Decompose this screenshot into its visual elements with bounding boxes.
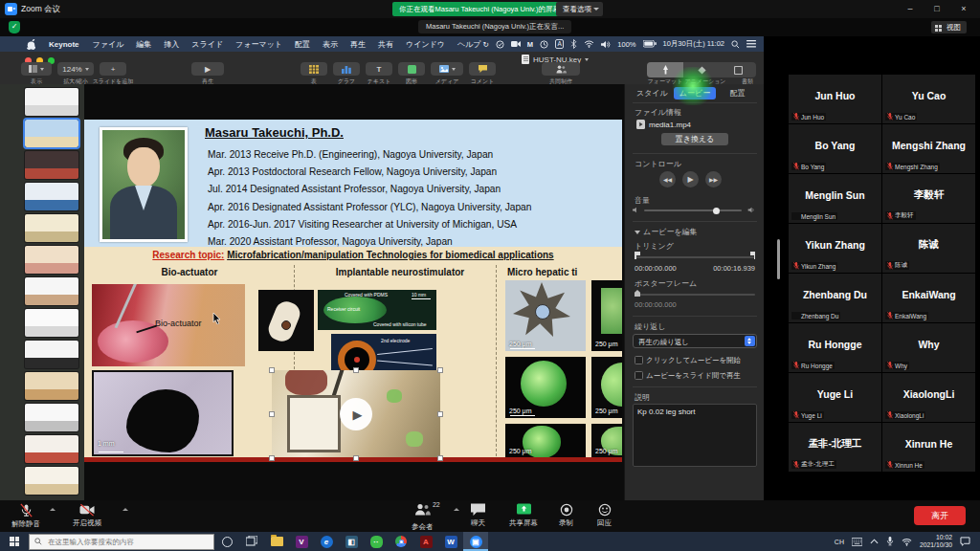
- view-options-button[interactable]: 查看选项: [556, 2, 603, 16]
- participant-tile[interactable]: Xinrun He Xinrun He: [882, 423, 975, 472]
- menubar-menu-item[interactable]: 挿入: [164, 39, 179, 50]
- participant-tile[interactable]: Mengshi Zhang Mengshi Zhang: [882, 124, 975, 173]
- slide-thumbnail[interactable]: 13: [25, 467, 78, 495]
- selection-handle[interactable]: [437, 411, 443, 417]
- fast-forward-button[interactable]: ▶▶: [705, 171, 722, 187]
- slide-thumbnail[interactable]: 7: [25, 277, 78, 305]
- reactions-button[interactable]: 回应: [597, 503, 612, 528]
- comment-button[interactable]: [469, 62, 496, 76]
- poster-frame-slider[interactable]: [635, 294, 755, 296]
- participant-tile[interactable]: Bo Yang Bo Yang: [789, 124, 881, 173]
- selection-handle[interactable]: [437, 367, 443, 373]
- trim-slider[interactable]: [635, 256, 755, 258]
- movie-play-overlay[interactable]: ▶: [340, 398, 372, 430]
- maximize-button[interactable]: □: [924, 0, 949, 18]
- selection-handle[interactable]: [437, 455, 443, 461]
- chrome-icon[interactable]: [389, 532, 413, 551]
- visual-studio-icon[interactable]: V: [289, 532, 314, 551]
- hidden-icons-chevron[interactable]: [870, 539, 879, 544]
- leave-button[interactable]: 离开: [914, 506, 966, 525]
- menubar-menu-item[interactable]: 編集: [136, 39, 151, 50]
- view-layout-button[interactable]: 视图: [931, 21, 967, 33]
- sync-icon[interactable]: ↻: [482, 40, 488, 49]
- audio-options-caret[interactable]: [50, 508, 56, 511]
- taskbar-search[interactable]: [29, 534, 214, 550]
- minimize-button[interactable]: –: [898, 0, 923, 18]
- start-button[interactable]: [0, 532, 29, 551]
- network-icon[interactable]: [902, 538, 912, 546]
- slide-thumbnail[interactable]: 9: [25, 341, 78, 368]
- input-source-icon[interactable]: A: [555, 39, 564, 49]
- camera-icon[interactable]: [511, 40, 521, 48]
- spotlight-search-icon[interactable]: [731, 40, 740, 49]
- participant-tile[interactable]: Menglin Sun Menglin Sun: [789, 174, 881, 223]
- selection-handle[interactable]: [269, 411, 275, 417]
- slide-thumbnail[interactable]: 12: [25, 435, 78, 463]
- table-button[interactable]: [301, 62, 327, 76]
- participants-scrollbar[interactable]: [777, 239, 780, 279]
- format-segment[interactable]: [647, 62, 683, 77]
- photos-icon[interactable]: ◧: [339, 532, 364, 551]
- tab-movie[interactable]: ムービー: [674, 87, 717, 99]
- menubar-menu-item[interactable]: 共有: [378, 39, 393, 50]
- replace-button[interactable]: 置き換える: [661, 133, 728, 145]
- menubar-app-name[interactable]: Keynote: [49, 40, 79, 49]
- participant-tile[interactable]: Yuge Li Yuge Li: [789, 373, 881, 422]
- tab-arrange[interactable]: 配置: [716, 87, 759, 99]
- shape-button[interactable]: [398, 62, 425, 76]
- apple-logo-icon[interactable]: [27, 39, 35, 50]
- play-across-slides-checkbox[interactable]: [635, 371, 643, 380]
- participant-tile[interactable]: 孟非-北理工 孟非-北理工: [789, 423, 881, 472]
- zoom-taskbar-icon[interactable]: ▣: [463, 532, 488, 551]
- repeat-dropdown[interactable]: 再生の繰り返し: [633, 334, 757, 348]
- participant-tile[interactable]: Ru Hongge Ru Hongge: [789, 323, 881, 372]
- selection-handle[interactable]: [269, 455, 275, 461]
- menubar-menu-item[interactable]: ヘルプ: [457, 39, 481, 50]
- participant-tile[interactable]: 陈诚 陈诚: [882, 224, 975, 273]
- acrobat-icon[interactable]: A: [413, 532, 438, 551]
- participants-button[interactable]: 22 参会者: [412, 503, 434, 532]
- task-view-icon[interactable]: [239, 532, 264, 551]
- menubar-clock[interactable]: 10月30日(土) 11:02: [663, 39, 724, 49]
- menubar-menu-item[interactable]: ファイル: [93, 39, 124, 50]
- cortana-icon[interactable]: [214, 532, 239, 551]
- slide-thumbnail[interactable]: 6: [25, 246, 78, 274]
- video-options-caret[interactable]: [122, 508, 128, 511]
- description-textarea[interactable]: Kp 0.02 leg short: [633, 404, 757, 467]
- slide-thumbnail[interactable]: 2: [25, 120, 78, 147]
- wifi-icon[interactable]: [584, 40, 594, 48]
- menubar-menu-item[interactable]: 配置: [295, 39, 310, 50]
- participant-tile[interactable]: XiaolongLi XiaolongLi: [882, 373, 975, 422]
- unmute-button[interactable]: 解除静音: [11, 503, 40, 529]
- file-explorer-icon[interactable]: [264, 532, 289, 551]
- taskbar-clock[interactable]: 10:02 2021/10/30: [920, 534, 952, 549]
- ime-indicator[interactable]: CH: [835, 539, 844, 545]
- text-button[interactable]: T: [366, 62, 392, 76]
- participant-tile[interactable]: Jun Huo Jun Huo: [789, 75, 881, 123]
- volume-slider[interactable]: [644, 209, 742, 211]
- edge-icon[interactable]: e: [314, 532, 339, 551]
- clock-icon[interactable]: [540, 40, 548, 49]
- search-input[interactable]: [46, 537, 203, 547]
- participants-caret[interactable]: [454, 508, 459, 511]
- slide-thumbnail[interactable]: 3: [25, 151, 78, 179]
- participant-tile[interactable]: Yu Cao Yu Cao: [882, 75, 975, 123]
- poster-frame-handle[interactable]: [635, 290, 640, 297]
- control-center-icon[interactable]: [746, 40, 756, 48]
- slide-thumbnail[interactable]: 4: [25, 183, 78, 210]
- touch-keyboard-icon[interactable]: [852, 538, 862, 546]
- gmail-icon[interactable]: M: [527, 40, 533, 49]
- view-menu-button[interactable]: [21, 62, 52, 76]
- selection-handle[interactable]: [353, 455, 359, 461]
- participant-tile[interactable]: Why Why: [882, 323, 975, 372]
- volume-knob[interactable]: [713, 208, 720, 214]
- tab-style[interactable]: スタイル: [631, 87, 674, 99]
- slide-thumbnail[interactable]: 11: [25, 404, 78, 431]
- add-slide-button[interactable]: +: [100, 62, 126, 76]
- rewind-button[interactable]: ◀◀: [659, 171, 676, 187]
- trim-start-handle[interactable]: [635, 252, 636, 259]
- participant-tile[interactable]: EnkaiWang EnkaiWang: [882, 274, 975, 322]
- start-on-click-checkbox[interactable]: [635, 356, 643, 364]
- volume-icon[interactable]: [601, 40, 611, 49]
- movie-frame[interactable]: ▶: [272, 370, 440, 458]
